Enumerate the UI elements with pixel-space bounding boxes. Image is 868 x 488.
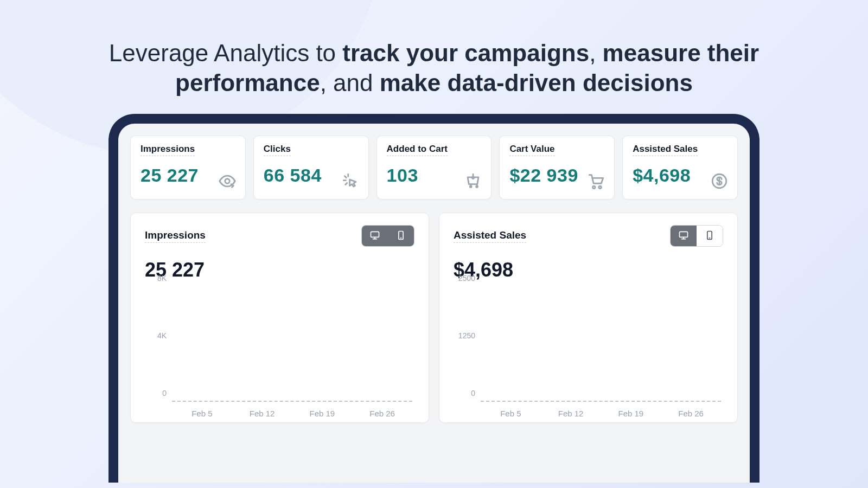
headline-bold-3: make data-driven decisions [380,69,693,96]
impressions-toggle-desktop[interactable] [362,226,388,246]
x-tick-label: Feb 5 [172,409,232,418]
assisted-device-toggle [670,225,723,247]
stat-card-impressions[interactable]: Impressions25 227 [130,136,246,200]
stat-card-assisted-sales[interactable]: Assisted Sales$4,698 [622,136,738,200]
desktop-icon [369,230,380,242]
x-tick-label: Feb 12 [232,409,292,418]
stat-card-added-to-cart[interactable]: Added to Cart103 [376,136,492,200]
dollar-icon [710,172,729,190]
y-tick-label: 2500 [458,274,475,282]
headline-text-2: , [589,40,602,66]
x-tick-label: Feb 5 [481,409,541,418]
page-headline: Leverage Analytics to track your campaig… [108,38,760,98]
y-tick-label: 1250 [458,331,475,340]
assisted-sales-title: Assisted Sales [454,229,526,243]
assisted-toggle-mobile[interactable] [697,226,723,246]
svg-rect-4 [371,232,379,237]
svg-point-1 [593,186,596,189]
assisted-sales-plot: 012502500Feb 5Feb 12Feb 19Feb 26 [454,287,723,422]
svg-rect-9 [680,232,688,237]
y-tick-label: 0 [162,389,167,397]
impressions-title: Impressions [145,229,206,243]
x-tick-label: Feb 26 [661,409,721,418]
headline-text-3: , and [320,69,380,96]
impressions-device-toggle [361,225,414,247]
x-tick-label: Feb 26 [352,409,412,418]
stat-label: Added to Cart [387,144,448,156]
y-tick-label: 4K [157,331,167,340]
desktop-icon [678,230,689,242]
charts-row: Impressions 25 227 04K8KFeb 5Feb 12Feb 1… [130,213,738,423]
x-tick-label: Feb 19 [601,409,661,418]
svg-point-2 [599,186,602,189]
x-tick-label: Feb 12 [541,409,601,418]
impressions-toggle-mobile[interactable] [388,226,414,246]
click-icon [341,172,360,190]
headline-bold-1: track your campaigns [342,40,589,66]
impressions-value: 25 227 [145,259,414,281]
impressions-plot: 04K8KFeb 5Feb 12Feb 19Feb 26 [145,287,414,422]
stat-card-cart-value[interactable]: Cart Value$22 939 [499,136,615,200]
mobile-icon [395,230,406,242]
svg-point-0 [225,179,230,184]
stat-label: Cart Value [509,144,554,156]
stat-label: Impressions [141,144,195,156]
assisted-sales-card: Assisted Sales $4,698 012502500Feb 5Feb … [439,213,738,423]
x-tick-label: Feb 19 [292,409,353,418]
stat-label: Clicks [264,144,291,156]
y-tick-label: 0 [471,389,475,397]
y-tick-label: 8K [157,274,167,282]
eye-icon [218,172,237,190]
headline-text-1: Leverage Analytics to [109,40,342,66]
device-frame: Impressions25 227Clicks66 584Added to Ca… [108,114,760,483]
cart-icon [587,172,605,190]
mobile-icon [704,230,715,242]
cartin-icon [464,172,482,190]
assisted-toggle-desktop[interactable] [671,226,697,246]
stat-card-clicks[interactable]: Clicks66 584 [253,136,369,200]
stat-label: Assisted Sales [633,144,698,156]
stats-row: Impressions25 227Clicks66 584Added to Ca… [130,136,738,200]
assisted-sales-value: $4,698 [454,259,723,281]
impressions-card: Impressions 25 227 04K8KFeb 5Feb 12Feb 1… [130,213,429,423]
